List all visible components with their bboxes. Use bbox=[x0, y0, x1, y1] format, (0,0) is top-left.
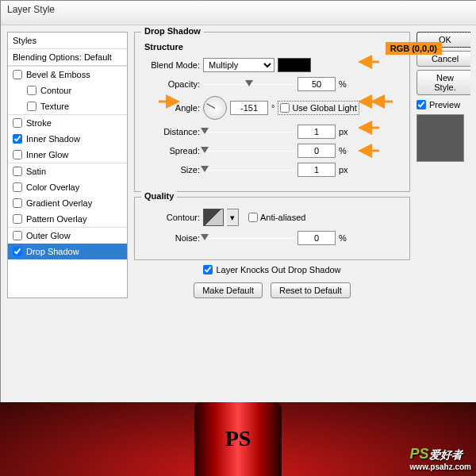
style-item-gradient-overlay[interactable]: Gradient Overlay bbox=[8, 195, 127, 211]
style-item-inner-glow[interactable]: Inner Glow bbox=[8, 147, 127, 163]
noise-unit: % bbox=[339, 233, 347, 243]
global-light-label: Use Global Light bbox=[292, 103, 356, 113]
style-item-drop-shadow[interactable]: Drop Shadow bbox=[8, 244, 127, 259]
reset-default-button[interactable]: Reset to Default bbox=[271, 282, 351, 298]
style-checkbox[interactable] bbox=[13, 70, 22, 79]
spread-slider[interactable] bbox=[203, 145, 294, 156]
style-item-bevel-emboss[interactable]: Bevel & Emboss bbox=[8, 66, 127, 83]
size-label: Size: bbox=[143, 165, 200, 175]
blending-options-row[interactable]: Blending Options: Default bbox=[8, 49, 127, 66]
spread-input[interactable] bbox=[298, 144, 336, 158]
styles-header[interactable]: Styles bbox=[8, 33, 127, 49]
global-light-option[interactable]: Use Global Light bbox=[280, 103, 356, 113]
quality-title: Quality bbox=[141, 191, 177, 201]
angle-label: Angle: bbox=[143, 103, 200, 113]
anti-aliased-option[interactable]: Anti-aliased bbox=[248, 213, 305, 222]
style-label: Outer Glow bbox=[26, 231, 71, 240]
blend-mode-select[interactable]: Multiply bbox=[203, 58, 274, 72]
shadow-color-swatch[interactable] bbox=[278, 58, 311, 72]
style-item-texture[interactable]: Texture bbox=[8, 98, 127, 114]
distance-unit: px bbox=[339, 127, 348, 136]
structure-title: Structure bbox=[144, 42, 401, 52]
contour-dropdown-icon[interactable]: ▾ bbox=[227, 209, 239, 226]
opacity-slider[interactable] bbox=[203, 79, 294, 90]
style-label: Color Overlay bbox=[26, 182, 79, 192]
layer-style-dialog: Layer Style Styles Blending Options: Def… bbox=[0, 0, 476, 404]
noise-slider[interactable] bbox=[203, 232, 294, 244]
effect-settings-panel: Drop Shadow Structure Blend Mode: Multip… bbox=[134, 32, 410, 298]
angle-input[interactable] bbox=[230, 101, 268, 115]
style-checkbox[interactable] bbox=[13, 247, 22, 256]
style-item-stroke[interactable]: Stroke bbox=[8, 114, 127, 131]
knocks-out-checkbox[interactable] bbox=[203, 265, 213, 274]
style-label: Pattern Overlay bbox=[26, 214, 86, 224]
global-light-checkbox[interactable] bbox=[280, 103, 290, 113]
size-slider[interactable] bbox=[203, 164, 294, 175]
style-checkbox[interactable] bbox=[13, 134, 22, 144]
distance-slider[interactable] bbox=[203, 126, 294, 137]
style-item-outer-glow[interactable]: Outer Glow bbox=[8, 227, 127, 244]
anti-aliased-label: Anti-aliased bbox=[260, 213, 305, 222]
style-item-pattern-overlay[interactable]: Pattern Overlay bbox=[8, 211, 127, 227]
knocks-out-label: Layer Knocks Out Drop Shadow bbox=[216, 265, 340, 274]
new-style-button[interactable]: New Style. bbox=[416, 70, 470, 95]
style-label: Inner Glow bbox=[26, 150, 68, 159]
style-checkbox[interactable] bbox=[13, 231, 22, 240]
style-checkbox[interactable] bbox=[27, 102, 36, 111]
make-default-button[interactable]: Make Default bbox=[194, 282, 263, 298]
distance-label: Distance: bbox=[143, 127, 200, 136]
style-label: Contour bbox=[40, 86, 71, 95]
drop-shadow-fieldset: Drop Shadow Structure Blend Mode: Multip… bbox=[134, 32, 410, 192]
style-checkbox[interactable] bbox=[13, 182, 22, 192]
size-input[interactable] bbox=[298, 163, 336, 177]
style-label: Gradient Overlay bbox=[26, 198, 92, 208]
style-checkbox[interactable] bbox=[13, 198, 22, 208]
distance-input[interactable] bbox=[298, 125, 336, 139]
contour-picker[interactable] bbox=[203, 209, 224, 226]
style-checkbox[interactable] bbox=[13, 150, 22, 159]
style-label: Texture bbox=[40, 102, 69, 111]
angle-dial[interactable] bbox=[203, 96, 227, 120]
watermark: PS爱好者www.psahz.com bbox=[410, 446, 471, 471]
knocks-out-option[interactable]: Layer Knocks Out Drop Shadow bbox=[203, 265, 340, 274]
spread-label: Spread: bbox=[143, 146, 200, 155]
background-image bbox=[0, 402, 476, 476]
rgb-annotation: RGB (0,0,0) bbox=[386, 42, 442, 55]
style-item-inner-shadow[interactable]: Inner Shadow bbox=[8, 131, 127, 147]
preview-label: Preview bbox=[429, 100, 460, 109]
styles-list: Styles Blending Options: Default Bevel &… bbox=[7, 32, 128, 298]
style-label: Bevel & Emboss bbox=[26, 70, 90, 79]
titlebar: Layer Style bbox=[1, 1, 476, 25]
quality-fieldset: Quality Contour: ▾ Anti-aliased Noise: % bbox=[134, 197, 410, 260]
fieldset-title: Drop Shadow bbox=[141, 26, 204, 36]
contour-label: Contour: bbox=[143, 213, 200, 222]
style-checkbox[interactable] bbox=[13, 167, 22, 176]
size-unit: px bbox=[339, 165, 348, 175]
style-checkbox[interactable] bbox=[27, 86, 36, 95]
anti-aliased-checkbox[interactable] bbox=[248, 213, 258, 222]
opacity-unit: % bbox=[339, 79, 347, 89]
spread-unit: % bbox=[339, 146, 347, 155]
blend-mode-label: Blend Mode: bbox=[143, 60, 200, 70]
opacity-label: Opacity: bbox=[143, 79, 200, 89]
style-label: Stroke bbox=[26, 118, 52, 128]
preview-swatch bbox=[416, 114, 464, 162]
angle-unit: ° bbox=[271, 103, 274, 113]
style-label: Drop Shadow bbox=[26, 247, 79, 256]
style-checkbox[interactable] bbox=[13, 118, 22, 128]
style-label: Satin bbox=[26, 167, 46, 176]
rocket-graphic bbox=[194, 402, 282, 476]
style-label: Inner Shadow bbox=[26, 134, 80, 144]
style-checkbox[interactable] bbox=[13, 214, 22, 224]
style-item-satin[interactable]: Satin bbox=[8, 163, 127, 179]
opacity-input[interactable] bbox=[298, 77, 336, 91]
noise-input[interactable] bbox=[298, 231, 336, 245]
preview-checkbox[interactable] bbox=[416, 100, 426, 109]
noise-label: Noise: bbox=[143, 233, 200, 243]
style-item-color-overlay[interactable]: Color Overlay bbox=[8, 179, 127, 195]
dialog-buttons: OK Cancel New Style. Preview bbox=[416, 32, 470, 298]
style-item-contour[interactable]: Contour bbox=[8, 83, 127, 98]
